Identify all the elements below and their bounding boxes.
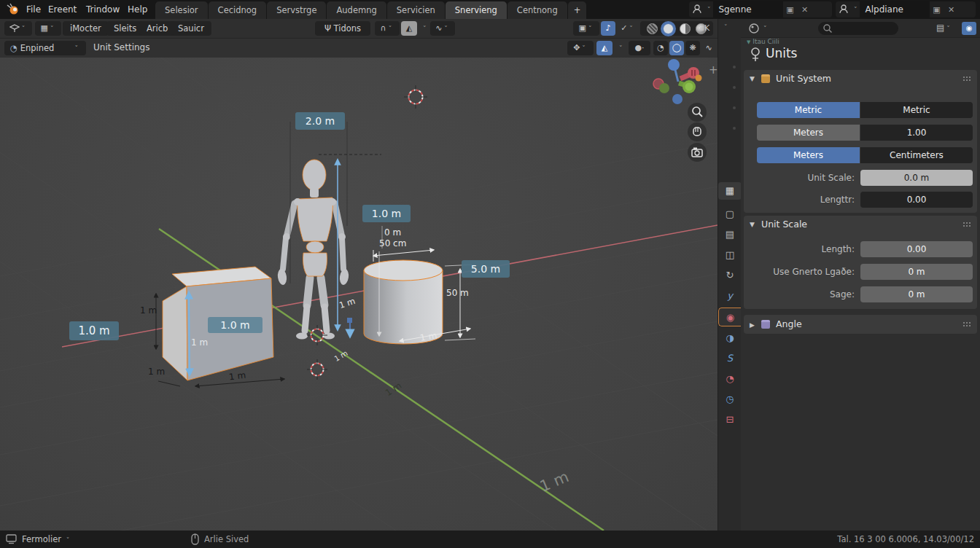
chevron-down-icon[interactable]: ˅ bbox=[614, 41, 624, 55]
falloff-curve-dropdown[interactable]: ∿˅ bbox=[430, 21, 455, 36]
unit-system-metric-button[interactable]: Metric bbox=[757, 102, 860, 118]
workspace-tab[interactable]: Selesior bbox=[155, 1, 208, 19]
meters-button[interactable]: Meters bbox=[757, 125, 860, 141]
zoom-button[interactable] bbox=[688, 103, 707, 122]
scene-name-field[interactable]: Sgenne bbox=[713, 1, 783, 17]
workspace-tab[interactable]: Servstrge bbox=[267, 1, 326, 19]
unit-scale-field[interactable]: 0.0 m bbox=[860, 170, 973, 186]
tab-scene-active[interactable]: ◉ bbox=[718, 308, 742, 326]
3d-viewport[interactable]: + 2.0 m 1.0 m 5.0 m 1.0 m 1.0 m 50 cm 50… bbox=[0, 58, 718, 531]
region-expand-icon[interactable]: + bbox=[709, 63, 718, 77]
unit-scale-header[interactable]: ▼ Unit Scale bbox=[744, 216, 977, 233]
scene-icon[interactable] bbox=[689, 4, 705, 16]
proportional-editing-toggle[interactable]: ◭ bbox=[401, 21, 417, 36]
menu-file[interactable]: File bbox=[22, 0, 45, 19]
close-icon[interactable]: ✕ bbox=[798, 5, 812, 15]
solid-toggle-icon[interactable]: ◯ bbox=[669, 41, 684, 55]
workspace-tab[interactable]: Cecidnog bbox=[209, 1, 267, 19]
tab-particles[interactable]: S bbox=[718, 350, 742, 367]
new-scene-icon[interactable]: ▣ bbox=[783, 5, 798, 15]
unit-system-secondary-button[interactable]: Metric bbox=[860, 102, 973, 118]
expand-icon[interactable]: ▶ bbox=[750, 316, 755, 334]
workspace-tab[interactable]: Servicien bbox=[387, 1, 445, 19]
length-unit-alt-button[interactable]: Centimeters bbox=[860, 147, 973, 163]
active-tool-dropdown[interactable]: ◔ Enpined ˅ bbox=[4, 41, 86, 55]
tab-constraints[interactable]: ◷ bbox=[718, 391, 742, 408]
shading-sphere-dropdown[interactable]: ●· bbox=[629, 41, 650, 55]
wireframe-toggle-icon[interactable]: ◔ bbox=[653, 41, 668, 55]
camera-view-button[interactable] bbox=[688, 143, 707, 162]
tab-world[interactable]: y bbox=[718, 287, 742, 305]
chevron-down-icon[interactable]: ˅ bbox=[418, 21, 428, 36]
sage-field[interactable]: 0 m bbox=[860, 286, 973, 302]
viewport-canvas: + bbox=[0, 58, 718, 531]
tab-physics[interactable]: ◔ bbox=[718, 370, 742, 388]
navigation-gizmo[interactable] bbox=[653, 59, 702, 104]
overlays-toggle[interactable]: ◭ bbox=[596, 41, 612, 55]
gnerto-field[interactable]: 0 m bbox=[860, 264, 973, 280]
menu-window[interactable]: Trindow bbox=[82, 0, 124, 19]
drag-grip-icon[interactable] bbox=[962, 321, 971, 327]
object-menu-button[interactable]: Sauicr bbox=[171, 21, 211, 36]
workspace-tab[interactable]: Audemng bbox=[327, 1, 386, 19]
tab-render[interactable]: ▢ bbox=[718, 206, 742, 223]
xray-toggle[interactable]: ⊠K bbox=[694, 21, 713, 36]
close-icon[interactable]: ✕ bbox=[944, 5, 959, 15]
tab-output[interactable]: ▤ bbox=[718, 226, 742, 243]
unit-system-header[interactable]: ▼ Unit System bbox=[744, 70, 977, 87]
mode-menu-button[interactable]: iMocter bbox=[63, 21, 109, 36]
chevron-down-icon[interactable]: ˅ bbox=[724, 23, 728, 31]
editor-type-icon[interactable] bbox=[748, 23, 760, 36]
object-visibility-dropdown[interactable]: ▣˅ bbox=[573, 21, 599, 36]
tab-data[interactable]: ⊟ bbox=[718, 411, 742, 428]
collapse-icon[interactable]: ▼ bbox=[750, 70, 755, 87]
view-layer-name-field[interactable]: Alpdiane bbox=[860, 1, 930, 17]
solid-shading-icon[interactable] bbox=[663, 23, 674, 34]
filter-icon[interactable]: ▤˅ bbox=[936, 23, 952, 33]
chevron-down-icon[interactable]: ˅ bbox=[705, 6, 713, 13]
workspace-tab-active[interactable]: Snervieng bbox=[446, 1, 507, 19]
gizmo-dropdown[interactable]: ✓˅ bbox=[617, 21, 639, 36]
add-workspace-button[interactable]: + bbox=[568, 1, 587, 19]
chevron-down-icon[interactable]: ˅ bbox=[852, 6, 860, 13]
mode-icon-dropdown[interactable]: ▦˅ bbox=[35, 21, 61, 36]
pin-id-button[interactable]: ◉ bbox=[962, 22, 976, 35]
show-gizmo-toggle[interactable]: ♪ bbox=[601, 21, 615, 36]
editor-type-dropdown[interactable]: ˅ bbox=[4, 21, 32, 36]
move-view-button[interactable] bbox=[688, 122, 707, 141]
drag-grip-icon[interactable] bbox=[962, 76, 971, 82]
drag-grip-icon[interactable] bbox=[962, 222, 971, 227]
workspace-tab[interactable]: Centnong bbox=[508, 1, 567, 19]
collapse-icon[interactable]: ▼ bbox=[750, 216, 755, 233]
material-toggle-icon[interactable]: ❋ bbox=[685, 41, 700, 55]
view-layer-icon[interactable] bbox=[836, 4, 852, 16]
select-menu-button[interactable]: Sleits bbox=[106, 21, 144, 36]
length-unit-button[interactable]: Meters bbox=[757, 147, 860, 163]
scale-length-field[interactable]: 0.00 bbox=[860, 241, 973, 257]
add-menu-button[interactable]: Aricb bbox=[139, 21, 175, 36]
render-curve-dropdown[interactable]: ∿ bbox=[701, 41, 716, 55]
transform-orientation-dropdown[interactable]: Ψ Tidons ˅ bbox=[315, 21, 370, 36]
new-layer-icon[interactable]: ▣ bbox=[930, 5, 944, 15]
scale-value-field[interactable]: 1.00 bbox=[860, 125, 973, 141]
angle-header[interactable]: ▶ Angle bbox=[744, 315, 977, 334]
app-logo-icon[interactable] bbox=[6, 3, 20, 18]
wireframe-shading-icon[interactable] bbox=[647, 23, 658, 34]
pivot-point-dropdown[interactable]: ✥˅ bbox=[567, 41, 594, 55]
page-title: Units bbox=[766, 46, 797, 60]
tab-ring[interactable]: ↻ bbox=[718, 267, 742, 284]
tab-view-layer[interactable]: ◫ bbox=[718, 246, 742, 264]
menu-edit[interactable]: Ereent bbox=[44, 0, 81, 19]
dim-label: 0 m bbox=[384, 227, 401, 238]
menu-help[interactable]: Help bbox=[123, 0, 152, 19]
keymap-dropdown[interactable]: Fermolier ˅ bbox=[22, 534, 71, 544]
mannequin-object[interactable] bbox=[277, 160, 350, 340]
chevron-down-icon[interactable]: ˅ bbox=[761, 25, 769, 32]
tab-tool[interactable]: ▦ bbox=[718, 182, 742, 200]
search-input[interactable] bbox=[818, 22, 898, 35]
tool-settings-title: Unit Settings bbox=[93, 42, 149, 52]
tab-object[interactable]: ◑ bbox=[718, 329, 742, 347]
length-field[interactable]: 0.00 bbox=[860, 192, 973, 208]
snap-magnet-dropdown[interactable]: ∩˅ bbox=[375, 21, 400, 36]
material-shading-icon[interactable] bbox=[680, 23, 691, 34]
